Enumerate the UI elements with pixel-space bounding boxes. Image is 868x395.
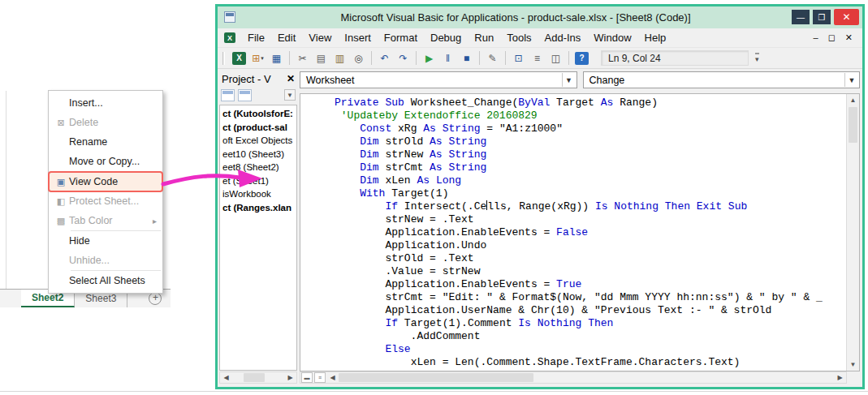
insert-userform-button[interactable]: ⊞▾ <box>249 50 266 66</box>
code-line[interactable]: strNew = .Text <box>335 213 845 226</box>
toolbar-overflow-button[interactable]: ▾ <box>755 53 759 63</box>
code-line[interactable]: With Target(1) <box>335 187 845 200</box>
project-panel-close-icon[interactable]: ✕ <box>287 73 295 84</box>
tree-item[interactable]: oft Excel Objects <box>220 134 296 148</box>
code-line[interactable]: strOld = .Text <box>335 252 845 265</box>
tree-item[interactable]: ct (Ranges.xlan <box>220 201 296 215</box>
copy-button[interactable]: ▤ <box>313 50 330 66</box>
project-horizontal-scrollbar[interactable]: ◀ ▶ <box>219 371 297 384</box>
tree-item[interactable]: ct (product-sal <box>220 121 296 135</box>
menu-item-delete[interactable]: ⊠Delete <box>49 113 162 132</box>
project-explorer-button[interactable]: ⊡ <box>510 50 527 66</box>
chevron-down-icon[interactable]: ▼ <box>562 73 576 87</box>
project-scroll-thumb[interactable] <box>244 373 265 382</box>
code-line[interactable]: Const xRg As String = "A1:z1000" <box>335 122 845 135</box>
code-line[interactable]: Application.Undo <box>335 239 845 252</box>
menu-debug[interactable]: Debug <box>424 29 468 46</box>
tree-item[interactable]: ct (KutoolsforE: <box>220 107 296 121</box>
menu-tools[interactable]: Tools <box>500 29 538 46</box>
menu-help[interactable]: Help <box>638 29 673 46</box>
reset-button[interactable]: ■ <box>458 50 475 66</box>
code-horizontal-scrollbar[interactable]: ▬ ≡ ◀ ▶ <box>300 371 847 384</box>
code-line[interactable]: .Value = strNew <box>335 265 845 278</box>
menu-window[interactable]: Window <box>587 29 637 46</box>
run-button[interactable]: ▶ <box>421 50 438 66</box>
menu-insert[interactable]: Insert <box>338 29 378 46</box>
code-line[interactable]: .AddComment <box>335 330 845 343</box>
code-line[interactable]: strCmt = "Edit: " & Format$(Now, "dd Mmm… <box>335 291 845 304</box>
code-vertical-scrollbar[interactable]: ▲ ▼ <box>846 94 859 371</box>
save-button[interactable]: ▦ <box>268 50 285 66</box>
chevron-down-icon[interactable]: ▼ <box>844 73 858 87</box>
code-line[interactable]: xLen = Len(.Comment.Shape.TextFrame.Char… <box>335 356 845 369</box>
vba-titlebar[interactable]: Microsoft Visual Basic for Applications … <box>218 6 862 28</box>
code-line[interactable]: If Intersect(.Cells, Range(xRg)) Is Noth… <box>335 200 845 213</box>
mdi-restore-button[interactable]: ◻ <box>828 32 836 43</box>
menu-item-unhide[interactable]: Unhide... <box>49 251 162 270</box>
paste-button[interactable]: ▥ <box>331 50 348 66</box>
object-browser-button[interactable]: ◫ <box>547 50 564 66</box>
tree-item[interactable]: eet10 (Sheet3) <box>220 148 296 161</box>
find-button[interactable]: ◎ <box>350 50 367 66</box>
redo-button[interactable]: ↷ <box>395 50 412 66</box>
code-line[interactable]: Dim strOld As String <box>335 135 845 148</box>
object-dropdown[interactable]: Worksheet ▼ <box>300 71 577 88</box>
project-tree-scroll-button[interactable]: ▼ <box>284 89 296 101</box>
code-line[interactable]: Dim xLen As Long <box>335 174 845 187</box>
code-line[interactable]: 'Updateby Extendoffice 20160829 <box>335 109 845 122</box>
code-line[interactable]: Application.EnableEvents = False <box>335 226 845 239</box>
menu-add-ins[interactable]: Add-Ins <box>538 29 588 46</box>
code-line[interactable]: Else <box>335 343 845 356</box>
scroll-right-icon[interactable]: ▶ <box>284 372 296 383</box>
help-button[interactable]: ? <box>575 52 589 65</box>
menu-item-tab-color[interactable]: ▩Tab Color▸ <box>49 211 162 230</box>
break-button[interactable]: ‖ <box>439 50 456 66</box>
add-sheet-button[interactable]: + <box>149 292 162 305</box>
code-line[interactable]: Application.UserName & Chr(10) & "Previo… <box>335 304 845 317</box>
scroll-up-icon[interactable]: ▲ <box>847 94 859 106</box>
scroll-left-icon[interactable]: ◀ <box>220 372 232 383</box>
code-line[interactable]: Dim strCmt As String <box>335 161 845 174</box>
menu-item-view-code[interactable]: ▣View Code <box>49 172 162 191</box>
insert-userform-icon: ⊞ <box>252 53 260 64</box>
menu-file[interactable]: File <box>241 29 271 46</box>
menu-edit[interactable]: Edit <box>271 29 302 46</box>
code-line[interactable]: Dim strNew As String <box>335 148 845 161</box>
close-button[interactable]: ✕ <box>834 9 859 25</box>
cut-button[interactable]: ✂ <box>294 50 311 66</box>
scroll-right-icon[interactable]: ▶ <box>834 372 846 383</box>
procedure-view-button[interactable]: ▬ <box>301 372 313 383</box>
mdi-minimize-button[interactable]: – <box>814 32 818 43</box>
full-module-view-button[interactable]: ≡ <box>314 372 326 383</box>
menu-view[interactable]: View <box>302 29 338 46</box>
code-text[interactable]: Private Sub Worksheet_Change(ByVal Targe… <box>300 97 845 371</box>
menu-item-insert[interactable]: Insert... <box>49 93 162 113</box>
code-line[interactable]: If Target(1).Comment Is Nothing Then <box>335 317 845 330</box>
scroll-down-icon[interactable]: ▼ <box>847 359 859 371</box>
horizontal-scroll-thumb[interactable] <box>339 373 533 382</box>
code-editor[interactable]: Private Sub Worksheet_Change(ByVal Targe… <box>300 93 860 371</box>
procedure-dropdown[interactable]: Change ▼ <box>583 71 861 88</box>
toolbar-grip[interactable] <box>222 52 225 65</box>
menu-item-protect-sheet[interactable]: ◧Protect Sheet... <box>49 191 162 211</box>
menu-format[interactable]: Format <box>378 29 424 46</box>
project-panel-header[interactable]: Project - V ✕ <box>219 71 297 86</box>
minimize-button[interactable]: — <box>792 10 810 24</box>
menu-item-hide[interactable]: Hide <box>49 231 162 251</box>
code-line[interactable]: Application.EnableEvents = True <box>335 278 845 291</box>
design-mode-button[interactable]: ✎ <box>484 50 501 66</box>
vertical-scroll-thumb[interactable] <box>849 107 857 143</box>
project-view-object-button[interactable] <box>238 89 252 101</box>
view-excel-button[interactable]: X <box>232 52 246 65</box>
scroll-left-icon[interactable]: ◀ <box>326 372 339 383</box>
maximize-button[interactable]: ❒ <box>813 10 831 24</box>
menu-item-move-or-copy[interactable]: Move or Copy... <box>49 152 162 171</box>
menu-item-rename[interactable]: Rename <box>49 132 162 152</box>
menu-run[interactable]: Run <box>468 29 500 46</box>
properties-window-button[interactable]: ≡ <box>529 50 546 66</box>
undo-button[interactable]: ↶ <box>376 50 393 66</box>
code-line[interactable]: Private Sub Worksheet_Change(ByVal Targe… <box>335 97 845 109</box>
mdi-close-button[interactable]: ✕ <box>845 32 853 43</box>
project-view-code-button[interactable] <box>221 89 235 101</box>
menu-item-select-all-sheets[interactable]: Select All Sheets <box>49 271 162 290</box>
